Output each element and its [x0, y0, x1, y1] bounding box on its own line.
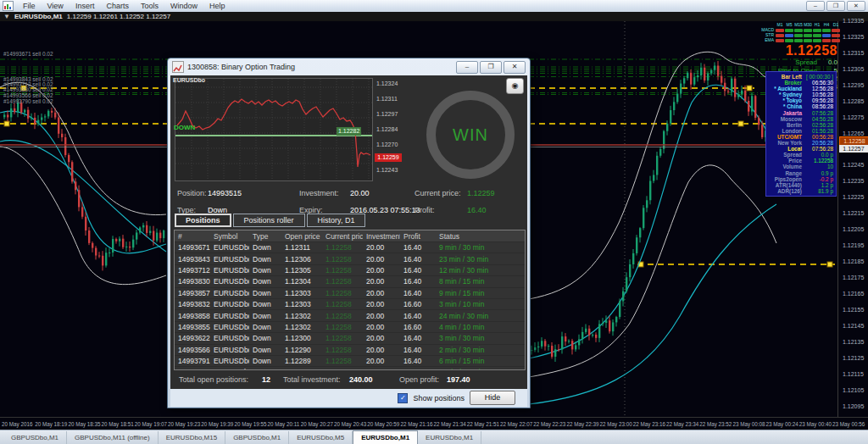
dialog-close-button[interactable]: ✕ — [504, 61, 526, 74]
table-row[interactable]: 14993566EURUSDboDown1.122901.1225820.001… — [175, 345, 525, 356]
settings-button[interactable]: ◉ — [506, 78, 524, 94]
table-row[interactable]: 14993832EURUSDboDown1.123031.1225820.001… — [175, 299, 525, 310]
menu-charts[interactable]: Charts — [100, 1, 135, 12]
menu-window[interactable]: Window — [164, 1, 203, 12]
chart-collapse-icon[interactable]: ▼ — [3, 13, 10, 20]
table-cell: EURUSDbo — [210, 289, 249, 297]
signal-cell — [822, 34, 831, 37]
dialog-icon — [172, 61, 184, 73]
table-cell: 20.00 — [363, 323, 400, 331]
table-cell: 16.40 — [400, 346, 436, 354]
mini-scale-tick: 1.12270 — [376, 142, 398, 147]
tab-history-d1[interactable]: History, D1 — [307, 214, 366, 227]
timeframe-label: M5 — [785, 23, 793, 27]
table-row[interactable]: 14993857EURUSDboDown1.123031.1225820.001… — [175, 288, 525, 299]
table-cell: Down — [249, 277, 281, 286]
menu-insert[interactable]: Insert — [70, 1, 101, 12]
clock-row: Bar Left[ 00:00:30 ] — [769, 74, 833, 80]
table-cell: 20.00 — [363, 255, 400, 264]
clock-row: London01:56:28 — [769, 128, 833, 134]
chart-tab[interactable]: EURUSDbo,M5 — [289, 431, 353, 444]
table-cell: 14993712 — [175, 266, 210, 275]
table-cell: Down — [249, 334, 281, 342]
table-cell: 1.12290 — [281, 346, 322, 354]
column-header[interactable]: Status — [436, 232, 525, 241]
stat-row: Spread0.0 — [758, 58, 837, 67]
table-cell: 20.00 — [363, 368, 400, 370]
dialog-restore-button[interactable]: ❐ — [480, 61, 502, 74]
clock-row: Berlin02:56:28 — [769, 122, 833, 128]
column-header[interactable]: Open price — [281, 232, 322, 241]
column-header[interactable]: Current price — [322, 232, 363, 241]
timeframe-label: H1 — [813, 23, 821, 27]
column-header[interactable]: # — [175, 232, 210, 241]
chart-tab[interactable]: GBPUSDbo,M1 — [225, 431, 289, 444]
price-tick: 1.12165 — [843, 291, 864, 297]
menu-view[interactable]: View — [42, 1, 70, 12]
indicator-row-label: EMA — [758, 38, 775, 42]
signal-cell — [813, 39, 821, 42]
dialog-minimize-button[interactable]: – — [456, 61, 478, 74]
tab-positions[interactable]: Positions — [175, 214, 231, 227]
table-row[interactable]: 14993712EURUSDboDown1.123051.1225820.001… — [175, 265, 525, 276]
trade-label: #14993830 sell 0.02 — [3, 86, 53, 92]
chart-tab[interactable]: GBPUSDbo,M1 — [3, 431, 67, 444]
open-profit-value: 197.40 — [447, 375, 470, 384]
table-cell: Down — [249, 357, 281, 365]
table-row[interactable]: 14993790EURUSDboDown1.122891.1225820.001… — [175, 367, 525, 370]
table-row[interactable]: 14993622EURUSDboDown1.123001.1225820.001… — [175, 333, 525, 344]
menu-help[interactable]: Help — [203, 1, 231, 12]
chart-tab[interactable]: EURUSDbo,M1 — [418, 431, 481, 444]
close-button[interactable]: ✕ — [847, 1, 865, 11]
clock-row: ATR(1440)1.2 p — [769, 182, 833, 188]
time-axis-label: 22 May 21:51 — [467, 421, 499, 427]
column-header[interactable]: Investment — [363, 232, 400, 241]
time-axis-label: 20 May 20:43 — [334, 421, 366, 427]
table-cell: 1.12306 — [281, 255, 322, 264]
table-cell: 1 min / 10 min — [436, 368, 525, 370]
table-cell: 1.12258 — [322, 312, 363, 320]
table-row[interactable]: 14993855EURUSDboDown1.123021.1225820.001… — [175, 322, 525, 333]
tab-positions-roller[interactable]: Positions roller — [233, 214, 305, 227]
menu-file[interactable]: File — [17, 1, 42, 12]
signal-cell — [776, 39, 784, 42]
signal-cell — [794, 39, 803, 42]
table-row[interactable]: 14993791EURUSDboDown1.122891.1225820.001… — [175, 356, 525, 367]
table-cell: Down — [249, 312, 281, 320]
hide-button[interactable]: Hide — [470, 391, 515, 405]
clock-row: Pips2open-0.2 p — [769, 176, 833, 182]
result-label: WIN — [453, 125, 488, 145]
table-cell: 1.12258 — [322, 357, 363, 365]
menu-tools[interactable]: Tools — [135, 1, 164, 12]
chart-tab[interactable]: EURUSDbo,M15 — [159, 431, 225, 444]
chart-tab[interactable]: EURUSDbo,M1 — [353, 430, 418, 444]
chart-tab[interactable]: GBPUSDbo,M11 (offline) — [67, 431, 159, 444]
column-header[interactable]: Profit — [400, 232, 436, 241]
column-header[interactable]: Symbol — [210, 232, 249, 241]
table-cell: EURUSDbo — [210, 312, 249, 320]
restore-button[interactable]: ❐ — [826, 1, 845, 11]
signal-cell — [822, 29, 831, 32]
clock-row: * Sydney10:56:28 — [769, 92, 833, 97]
table-row[interactable]: 14993843EURUSDboDown1.123061.1225820.001… — [175, 253, 525, 264]
show-positions-checkbox[interactable]: ✓ — [398, 393, 408, 403]
time-axis-label: 22 May 22:23 — [533, 421, 565, 427]
position-label: Position: — [177, 189, 207, 197]
signal-cell — [813, 34, 821, 37]
table-row[interactable]: 14993671EURUSDboDown1.123111.1225820.001… — [175, 242, 525, 253]
column-header[interactable]: Type — [249, 232, 281, 241]
table-row[interactable]: 14993830EURUSDboDown1.123041.1225820.001… — [175, 276, 525, 287]
table-cell: 16.60 — [400, 300, 436, 308]
price-tick: 1.12225 — [843, 194, 864, 200]
timeframe-label: H4 — [822, 23, 831, 27]
table-cell: 3 min / 10 min — [436, 300, 525, 308]
time-axis-label: 22 May 23:00 — [600, 421, 632, 427]
dialog-title-bar[interactable]: 1300858: Binary Option Trading – ❐ ✕ — [168, 58, 530, 75]
time-axis[interactable]: 20 May 201620 May 18:1920 May 18:3520 Ma… — [0, 417, 868, 430]
dialog-footer: ✓ Show positions Hide — [170, 389, 527, 407]
market-clock-panel: Bar Left[ 00:00:30 ]Broker06:56:30* Auck… — [765, 71, 837, 197]
positions-table[interactable]: #SymbolTypeOpen priceCurrent priceInvest… — [174, 230, 526, 370]
minimize-button[interactable]: – — [806, 1, 825, 11]
table-row[interactable]: 14993858EURUSDboDown1.123021.1225820.001… — [175, 310, 525, 321]
table-cell: EURUSDbo — [210, 334, 249, 342]
